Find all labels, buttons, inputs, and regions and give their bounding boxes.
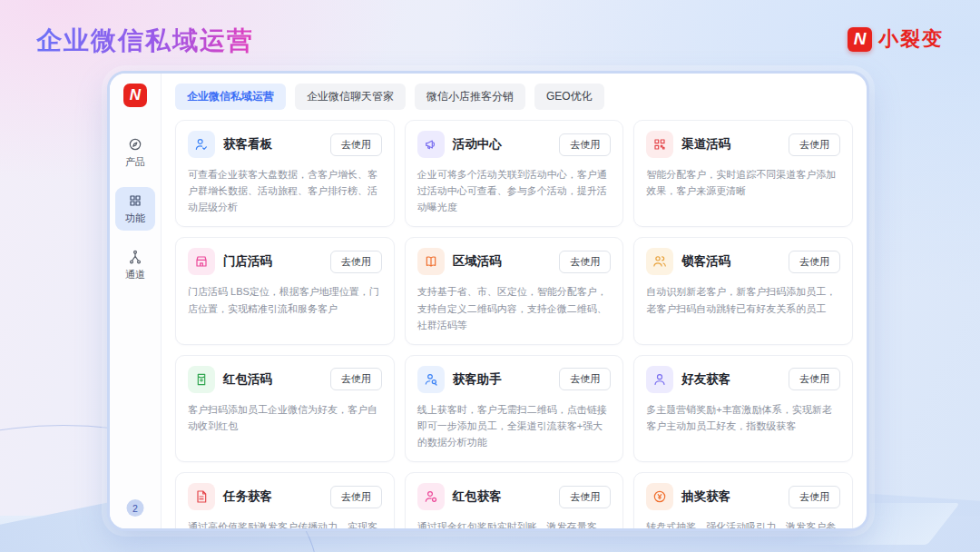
use-button[interactable]: 去使用 — [789, 368, 840, 390]
megaphone-icon — [424, 137, 438, 152]
page-title: 企业微信私域运营 — [36, 24, 254, 58]
feature-card[interactable]: 抽奖获客去使用转盘式抽奖，强化活动吸引力，激发客户参与积极性 — [633, 472, 853, 528]
lottery-icon — [652, 489, 667, 504]
red-packet-icon — [194, 372, 209, 387]
sidebar-item-label: 通道 — [125, 268, 145, 281]
brand-logo: N 小裂变 — [848, 25, 944, 53]
tab-item[interactable]: GEO优化 — [534, 84, 604, 110]
card-title: 任务获客 — [223, 488, 322, 505]
tab-item[interactable]: 企业微信聊天管家 — [295, 84, 406, 110]
card-description: 自动识别新老客户，新客户扫码添加员工，老客户扫码自动跳转已有好友关系的员工 — [646, 283, 840, 316]
card-icon-box — [417, 131, 445, 158]
use-button[interactable]: 去使用 — [789, 251, 840, 273]
card-title: 门店活码 — [223, 253, 322, 270]
card-icon-box — [417, 248, 445, 275]
card-icon-box — [646, 131, 673, 158]
qr-code-icon — [652, 137, 667, 152]
use-button[interactable]: 去使用 — [330, 368, 382, 390]
card-title: 渠道活码 — [681, 136, 780, 153]
person-money-icon — [424, 489, 438, 504]
sidebar-item-channels[interactable]: 通道 — [115, 243, 155, 287]
grid-icon — [128, 193, 142, 208]
sidebar-item-label: 功能 — [125, 212, 145, 225]
card-title: 活动中心 — [453, 136, 552, 153]
feature-card[interactable]: 区域活码去使用支持基于省、市、区定位，智能分配客户，支持自定义二维码内容，支持企… — [405, 237, 624, 344]
tab-item[interactable]: 微信小店推客分销 — [415, 84, 525, 110]
use-button[interactable]: 去使用 — [330, 251, 382, 273]
use-button[interactable]: 去使用 — [559, 486, 611, 508]
card-description: 可查看企业获客大盘数据，含客户增长、客户群增长数据、活动旅程、客户排行榜、活动层… — [188, 166, 382, 215]
feature-card[interactable]: 锁客活码去使用自动识别新老客户，新客户扫码添加员工，老客户扫码自动跳转已有好友关… — [633, 237, 853, 344]
card-description: 客户扫码添加员工企业微信为好友，客户自动收到红包 — [188, 401, 382, 434]
card-icon-box — [188, 366, 215, 393]
main-content: 企业微信私域运营企业微信聊天管家微信小店推客分销GEO优化 获客看板去使用可查看… — [162, 74, 867, 528]
card-title: 好友获客 — [681, 371, 780, 388]
tab-item[interactable]: 企业微信私域运营 — [175, 84, 286, 110]
card-description: 线上获客时，客户无需扫二维码，点击链接即可一步添加员工，全渠道引流获客+强大的数… — [417, 401, 612, 450]
card-icon-box — [646, 248, 673, 275]
feature-card[interactable]: 好友获客去使用多主题营销奖励+丰富激励体系，实现新老客户主动加员工好友，指数级获… — [633, 355, 853, 462]
feature-card[interactable]: 红包获客去使用通过现金红包奖励实时到账，激发存量客户，快速实现客户规模增长 — [405, 472, 624, 528]
card-description: 门店活码 LBS定位，根据客户地理位置，门店位置，实现精准引流和服务客户 — [188, 283, 382, 316]
use-button[interactable]: 去使用 — [559, 368, 611, 390]
card-title: 获客看板 — [223, 136, 322, 153]
sidebar-item-features[interactable]: 功能 — [115, 187, 155, 231]
page-badge[interactable]: 2 — [127, 499, 144, 517]
task-doc-icon — [194, 489, 209, 504]
card-description: 转盘式抽奖，强化活动吸引力，激发客户参与积极性 — [646, 518, 840, 528]
feature-card[interactable]: 任务获客去使用通过高价值奖励激发客户传播动力，实现客户指数级增长 — [175, 472, 395, 528]
feature-card[interactable]: 活动中心去使用企业可将多个活动关联到活动中心，客户通过活动中心可查看、参与多个活… — [405, 120, 624, 227]
share-icon — [128, 250, 142, 264]
card-description: 通过现金红包奖励实时到账，激发存量客户，快速实现客户规模增长 — [417, 518, 612, 528]
brand-name: 小裂变 — [878, 25, 944, 53]
card-title: 红包获客 — [453, 488, 552, 505]
use-button[interactable]: 去使用 — [330, 133, 382, 156]
feature-card[interactable]: 红包活码去使用客户扫码添加员工企业微信为好友，客户自动收到红包 — [175, 355, 395, 462]
page: 企业微信私域运营 N 小裂变 N 产品功能通道 2 企业微信私域运营企业微信聊天… — [0, 0, 980, 552]
card-description: 支持基于省、市、区定位，智能分配客户，支持自定义二维码内容，支持企微二维码、社群… — [417, 283, 612, 332]
feature-card[interactable]: 渠道活码去使用智能分配客户，实时追踪不同渠道客户添加效果，客户来源更清晰 — [633, 120, 853, 227]
person-search-icon — [424, 372, 438, 387]
card-description: 通过高价值奖励激发客户传播动力，实现客户指数级增长 — [188, 518, 382, 528]
use-button[interactable]: 去使用 — [789, 486, 840, 508]
sidebar-nav: 产品功能通道 — [110, 131, 161, 287]
sidebar-item-product[interactable]: 产品 — [115, 131, 155, 174]
use-button[interactable]: 去使用 — [789, 133, 840, 156]
xiaoliebian-logo-icon: N — [848, 27, 872, 52]
storefront-icon — [194, 254, 209, 269]
map-icon — [424, 254, 438, 269]
use-button[interactable]: 去使用 — [330, 486, 382, 508]
card-title: 抽奖获客 — [681, 488, 780, 505]
card-title: 区域活码 — [453, 253, 552, 270]
use-button[interactable]: 去使用 — [559, 251, 611, 273]
card-icon-box — [188, 483, 215, 510]
card-icon-box — [188, 131, 215, 158]
card-description: 智能分配客户，实时追踪不同渠道客户添加效果，客户来源更清晰 — [646, 166, 840, 199]
app-window: N 产品功能通道 2 企业微信私域运营企业微信聊天管家微信小店推客分销GEO优化… — [107, 71, 869, 531]
card-icon-box — [417, 366, 445, 393]
feature-card[interactable]: 门店活码去使用门店活码 LBS定位，根据客户地理位置，门店位置，实现精准引流和服… — [175, 237, 395, 344]
sidebar-item-label: 产品 — [125, 155, 145, 169]
person-icon — [652, 372, 667, 387]
compass-icon — [128, 137, 142, 152]
tab-bar: 企业微信私域运营企业微信聊天管家微信小店推客分销GEO优化 — [175, 84, 867, 110]
card-icon-box — [417, 483, 445, 510]
person-check-icon — [194, 137, 209, 152]
card-description: 多主题营销奖励+丰富激励体系，实现新老客户主动加员工好友，指数级获客 — [646, 401, 840, 434]
card-title: 红包活码 — [223, 371, 322, 388]
card-title: 锁客活码 — [681, 253, 780, 270]
card-icon-box — [646, 366, 673, 393]
people-icon — [652, 254, 667, 269]
feature-card[interactable]: 获客助手去使用线上获客时，客户无需扫二维码，点击链接即可一步添加员工，全渠道引流… — [405, 355, 624, 462]
card-title: 获客助手 — [453, 371, 552, 388]
app-logo-icon: N — [123, 84, 147, 107]
use-button[interactable]: 去使用 — [559, 133, 611, 156]
card-description: 企业可将多个活动关联到活动中心，客户通过活动中心可查看、参与多个活动，提升活动曝… — [417, 166, 612, 215]
card-icon-box — [188, 248, 215, 275]
feature-card-grid: 获客看板去使用可查看企业获客大盘数据，含客户增长、客户群增长数据、活动旅程、客户… — [162, 110, 867, 528]
feature-card[interactable]: 获客看板去使用可查看企业获客大盘数据，含客户增长、客户群增长数据、活动旅程、客户… — [175, 120, 395, 227]
card-icon-box — [646, 483, 673, 510]
sidebar: N 产品功能通道 2 — [110, 74, 162, 528]
